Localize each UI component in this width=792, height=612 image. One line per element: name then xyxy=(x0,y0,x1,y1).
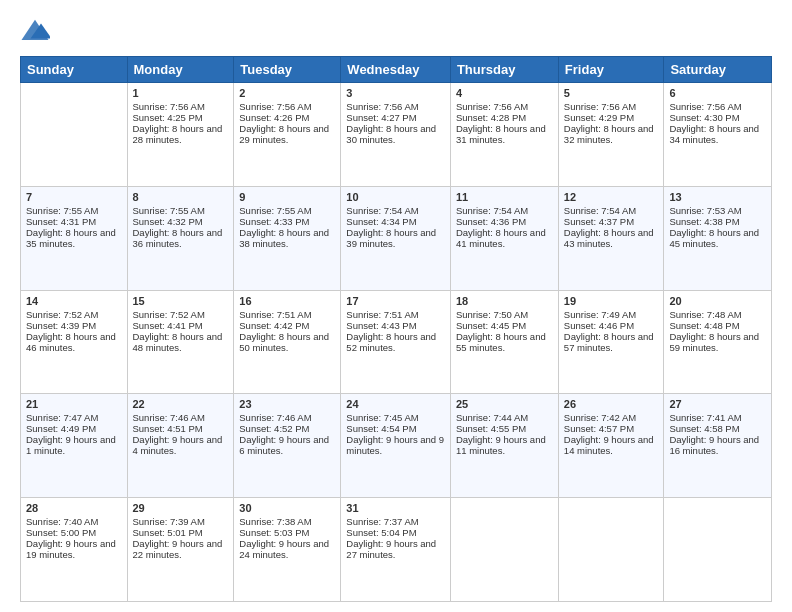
day-cell: 16Sunrise: 7:51 AMSunset: 4:42 PMDayligh… xyxy=(234,290,341,394)
sunset-text: Sunset: 4:25 PM xyxy=(133,112,229,123)
sunrise-text: Sunrise: 7:55 AM xyxy=(239,205,335,216)
day-number: 21 xyxy=(26,398,122,410)
day-cell: 4Sunrise: 7:56 AMSunset: 4:28 PMDaylight… xyxy=(450,83,558,187)
day-number: 1 xyxy=(133,87,229,99)
sunset-text: Sunset: 4:29 PM xyxy=(564,112,659,123)
daylight-text: Daylight: 8 hours and 38 minutes. xyxy=(239,227,335,249)
weekday-header-row: SundayMondayTuesdayWednesdayThursdayFrid… xyxy=(21,57,772,83)
daylight-text: Daylight: 8 hours and 48 minutes. xyxy=(133,331,229,353)
day-number: 2 xyxy=(239,87,335,99)
sunrise-text: Sunrise: 7:54 AM xyxy=(346,205,445,216)
sunrise-text: Sunrise: 7:52 AM xyxy=(26,309,122,320)
day-number: 29 xyxy=(133,502,229,514)
day-number: 26 xyxy=(564,398,659,410)
day-number: 25 xyxy=(456,398,553,410)
page: SundayMondayTuesdayWednesdayThursdayFrid… xyxy=(0,0,792,612)
daylight-text: Daylight: 8 hours and 59 minutes. xyxy=(669,331,766,353)
daylight-text: Daylight: 9 hours and 22 minutes. xyxy=(133,538,229,560)
weekday-header-tuesday: Tuesday xyxy=(234,57,341,83)
daylight-text: Daylight: 8 hours and 35 minutes. xyxy=(26,227,122,249)
sunrise-text: Sunrise: 7:42 AM xyxy=(564,412,659,423)
day-cell: 31Sunrise: 7:37 AMSunset: 5:04 PMDayligh… xyxy=(341,498,451,602)
sunset-text: Sunset: 4:36 PM xyxy=(456,216,553,227)
week-row-1: 1Sunrise: 7:56 AMSunset: 4:25 PMDaylight… xyxy=(21,83,772,187)
logo xyxy=(20,16,56,46)
day-cell: 19Sunrise: 7:49 AMSunset: 4:46 PMDayligh… xyxy=(558,290,664,394)
day-cell xyxy=(21,83,128,187)
day-cell: 22Sunrise: 7:46 AMSunset: 4:51 PMDayligh… xyxy=(127,394,234,498)
sunset-text: Sunset: 4:41 PM xyxy=(133,320,229,331)
day-number: 18 xyxy=(456,295,553,307)
day-cell: 11Sunrise: 7:54 AMSunset: 4:36 PMDayligh… xyxy=(450,186,558,290)
week-row-4: 21Sunrise: 7:47 AMSunset: 4:49 PMDayligh… xyxy=(21,394,772,498)
day-cell: 9Sunrise: 7:55 AMSunset: 4:33 PMDaylight… xyxy=(234,186,341,290)
sunset-text: Sunset: 4:48 PM xyxy=(669,320,766,331)
day-number: 4 xyxy=(456,87,553,99)
sunset-text: Sunset: 4:27 PM xyxy=(346,112,445,123)
day-cell: 17Sunrise: 7:51 AMSunset: 4:43 PMDayligh… xyxy=(341,290,451,394)
daylight-text: Daylight: 8 hours and 39 minutes. xyxy=(346,227,445,249)
daylight-text: Daylight: 8 hours and 31 minutes. xyxy=(456,123,553,145)
sunrise-text: Sunrise: 7:41 AM xyxy=(669,412,766,423)
day-cell: 20Sunrise: 7:48 AMSunset: 4:48 PMDayligh… xyxy=(664,290,772,394)
sunrise-text: Sunrise: 7:45 AM xyxy=(346,412,445,423)
day-number: 22 xyxy=(133,398,229,410)
day-cell: 18Sunrise: 7:50 AMSunset: 4:45 PMDayligh… xyxy=(450,290,558,394)
daylight-text: Daylight: 8 hours and 36 minutes. xyxy=(133,227,229,249)
sunrise-text: Sunrise: 7:51 AM xyxy=(346,309,445,320)
sunset-text: Sunset: 5:04 PM xyxy=(346,527,445,538)
day-cell: 8Sunrise: 7:55 AMSunset: 4:32 PMDaylight… xyxy=(127,186,234,290)
day-cell: 12Sunrise: 7:54 AMSunset: 4:37 PMDayligh… xyxy=(558,186,664,290)
day-cell: 26Sunrise: 7:42 AMSunset: 4:57 PMDayligh… xyxy=(558,394,664,498)
daylight-text: Daylight: 8 hours and 32 minutes. xyxy=(564,123,659,145)
day-number: 10 xyxy=(346,191,445,203)
sunrise-text: Sunrise: 7:40 AM xyxy=(26,516,122,527)
sunset-text: Sunset: 5:00 PM xyxy=(26,527,122,538)
sunset-text: Sunset: 4:31 PM xyxy=(26,216,122,227)
day-cell: 25Sunrise: 7:44 AMSunset: 4:55 PMDayligh… xyxy=(450,394,558,498)
sunrise-text: Sunrise: 7:38 AM xyxy=(239,516,335,527)
day-cell: 6Sunrise: 7:56 AMSunset: 4:30 PMDaylight… xyxy=(664,83,772,187)
day-cell xyxy=(450,498,558,602)
logo-icon xyxy=(20,16,50,46)
sunrise-text: Sunrise: 7:50 AM xyxy=(456,309,553,320)
sunset-text: Sunset: 4:39 PM xyxy=(26,320,122,331)
daylight-text: Daylight: 8 hours and 52 minutes. xyxy=(346,331,445,353)
day-cell: 5Sunrise: 7:56 AMSunset: 4:29 PMDaylight… xyxy=(558,83,664,187)
day-cell: 28Sunrise: 7:40 AMSunset: 5:00 PMDayligh… xyxy=(21,498,128,602)
day-number: 24 xyxy=(346,398,445,410)
day-cell: 30Sunrise: 7:38 AMSunset: 5:03 PMDayligh… xyxy=(234,498,341,602)
daylight-text: Daylight: 9 hours and 24 minutes. xyxy=(239,538,335,560)
day-cell: 3Sunrise: 7:56 AMSunset: 4:27 PMDaylight… xyxy=(341,83,451,187)
day-cell xyxy=(664,498,772,602)
day-number: 8 xyxy=(133,191,229,203)
daylight-text: Daylight: 8 hours and 29 minutes. xyxy=(239,123,335,145)
daylight-text: Daylight: 9 hours and 9 minutes. xyxy=(346,434,445,456)
sunrise-text: Sunrise: 7:47 AM xyxy=(26,412,122,423)
sunrise-text: Sunrise: 7:46 AM xyxy=(133,412,229,423)
header xyxy=(20,16,772,46)
sunrise-text: Sunrise: 7:56 AM xyxy=(346,101,445,112)
day-number: 27 xyxy=(669,398,766,410)
sunset-text: Sunset: 4:43 PM xyxy=(346,320,445,331)
sunset-text: Sunset: 4:58 PM xyxy=(669,423,766,434)
daylight-text: Daylight: 8 hours and 30 minutes. xyxy=(346,123,445,145)
sunset-text: Sunset: 4:26 PM xyxy=(239,112,335,123)
day-cell: 7Sunrise: 7:55 AMSunset: 4:31 PMDaylight… xyxy=(21,186,128,290)
sunset-text: Sunset: 4:51 PM xyxy=(133,423,229,434)
weekday-header-monday: Monday xyxy=(127,57,234,83)
sunset-text: Sunset: 4:37 PM xyxy=(564,216,659,227)
week-row-2: 7Sunrise: 7:55 AMSunset: 4:31 PMDaylight… xyxy=(21,186,772,290)
day-cell: 2Sunrise: 7:56 AMSunset: 4:26 PMDaylight… xyxy=(234,83,341,187)
sunrise-text: Sunrise: 7:53 AM xyxy=(669,205,766,216)
weekday-header-friday: Friday xyxy=(558,57,664,83)
daylight-text: Daylight: 8 hours and 34 minutes. xyxy=(669,123,766,145)
sunrise-text: Sunrise: 7:56 AM xyxy=(239,101,335,112)
day-number: 12 xyxy=(564,191,659,203)
day-cell: 23Sunrise: 7:46 AMSunset: 4:52 PMDayligh… xyxy=(234,394,341,498)
day-number: 15 xyxy=(133,295,229,307)
day-number: 23 xyxy=(239,398,335,410)
day-number: 13 xyxy=(669,191,766,203)
day-cell: 21Sunrise: 7:47 AMSunset: 4:49 PMDayligh… xyxy=(21,394,128,498)
sunset-text: Sunset: 4:34 PM xyxy=(346,216,445,227)
